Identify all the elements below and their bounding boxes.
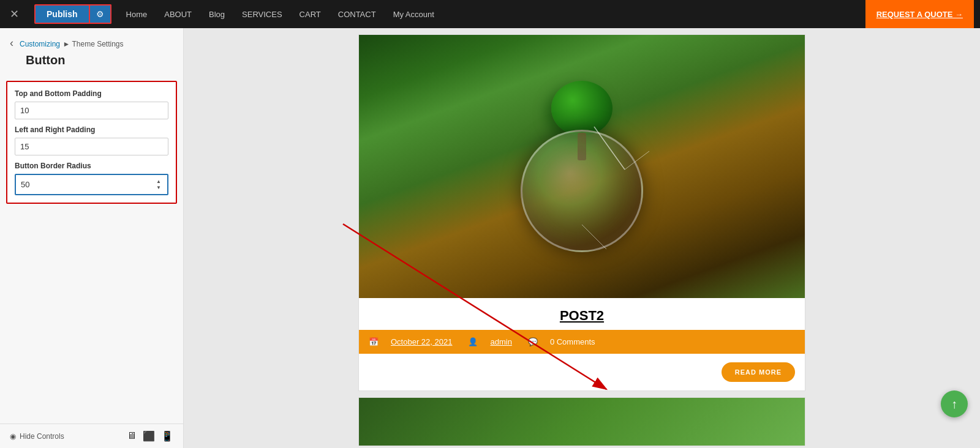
border-radius-spinner-container: ▲ ▼ — [15, 174, 168, 195]
spinner-down-button[interactable]: ▼ — [155, 185, 162, 191]
spinner-buttons: ▲ ▼ — [155, 179, 162, 190]
svg-line-1 — [625, 151, 649, 170]
border-radius-label: Button Border Radius — [15, 162, 168, 170]
hide-controls-button[interactable]: ◉ Hide Controls — [10, 432, 64, 441]
page-title: Button — [0, 52, 183, 76]
request-quote-button[interactable]: REQUEST A QUOTE → — [865, 0, 974, 28]
top-bottom-padding-label: Top and Bottom Padding — [15, 89, 168, 98]
nav-cart[interactable]: CART — [291, 0, 330, 28]
border-radius-field: Button Border Radius ▲ ▼ — [15, 162, 168, 195]
tablet-icon[interactable]: ⬛ — [143, 430, 155, 442]
post-author[interactable]: admin — [490, 337, 511, 346]
scroll-top-button[interactable]: ↑ — [941, 390, 968, 417]
svg-line-2 — [582, 225, 606, 249]
mobile-icon[interactable]: 📱 — [161, 430, 173, 442]
device-icons: 🖥 ⬛ 📱 — [127, 430, 173, 442]
nav-my-account[interactable]: My Account — [385, 0, 443, 28]
main-nav: Home ABOUT Blog SERVICES CART CONTACT My… — [111, 0, 980, 28]
gear-button[interactable]: ⚙ — [90, 4, 111, 24]
hide-controls-label: Hide Controls — [20, 432, 64, 441]
back-button[interactable]: ‹ — [10, 37, 13, 50]
top-bottom-padding-input[interactable] — [15, 102, 168, 119]
sidebar-footer: ◉ Hide Controls 🖥 ⬛ 📱 — [0, 424, 183, 448]
calendar-icon: 📅 — [369, 337, 379, 346]
desktop-icon[interactable]: 🖥 — [127, 430, 137, 442]
left-right-padding-input[interactable] — [15, 138, 168, 155]
top-bottom-padding-field: Top and Bottom Padding — [15, 89, 168, 125]
border-radius-input[interactable] — [21, 180, 153, 189]
post-card: POST2 📅 October 22, 2021 👤 admin 💬 0 Com… — [358, 34, 805, 391]
left-right-padding-field: Left and Right Padding — [15, 125, 168, 162]
publish-button[interactable]: Publish — [34, 4, 90, 24]
nav-about[interactable]: ABOUT — [156, 0, 200, 28]
close-button[interactable]: ✕ — [0, 0, 28, 28]
sidebar: ‹ Customizing ► Theme Settings Button To… — [0, 28, 184, 448]
post-comments: 0 Comments — [550, 337, 595, 346]
eye-icon: ◉ — [10, 432, 16, 441]
publish-area: Publish ⚙ — [34, 4, 111, 24]
svg-line-0 — [594, 127, 625, 170]
post-date[interactable]: October 22, 2021 — [391, 337, 452, 346]
breadcrumb: Customizing ► Theme Settings — [20, 38, 124, 49]
button-settings-section: Top and Bottom Padding Left and Right Pa… — [6, 81, 177, 204]
post-meta: 📅 October 22, 2021 👤 admin 💬 0 Comments — [359, 330, 805, 354]
left-right-padding-label: Left and Right Padding — [15, 125, 168, 134]
read-more-button[interactable]: READ MORE — [722, 362, 795, 382]
nav-blog[interactable]: Blog — [200, 0, 233, 28]
nav-services[interactable]: SERVICES — [233, 0, 291, 28]
content-area: POST2 📅 October 22, 2021 👤 admin 💬 0 Com… — [184, 28, 980, 448]
second-post-card — [358, 397, 805, 446]
post-title: POST2 — [359, 298, 805, 330]
post-footer: READ MORE — [359, 354, 805, 390]
author-icon: 👤 — [468, 337, 478, 346]
post-image — [359, 35, 805, 298]
nav-home[interactable]: Home — [118, 0, 156, 28]
spinner-up-button[interactable]: ▲ — [155, 179, 162, 185]
nav-contact[interactable]: CONTACT — [330, 0, 385, 28]
comment-icon: 💬 — [528, 337, 538, 346]
